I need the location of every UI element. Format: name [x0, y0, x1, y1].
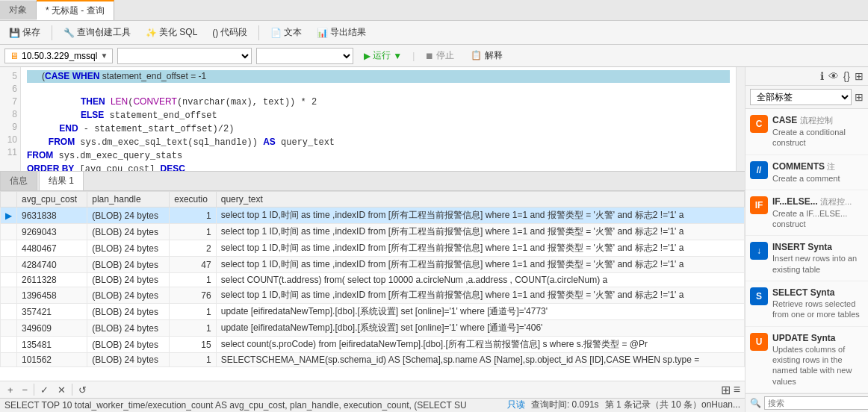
editor-panel: 5 6 7 8 9 10 11 (CASE WHEN statement_end…	[0, 67, 745, 412]
snippet-item[interactable]: C CASE 流程控制 Create a conditional constru…	[745, 109, 868, 155]
search-icon: 🔍	[750, 398, 761, 408]
text-button[interactable]: 📄 文本	[264, 24, 308, 41]
refresh-button[interactable]: ↺	[75, 383, 90, 397]
sql-code-area[interactable]: (CASE WHEN statement_end_offset = -1 THE…	[21, 67, 736, 171]
toolbar-sep-2	[258, 25, 259, 40]
table-row: 4480467(BLOB) 24 bytes2select top 1 ID,时…	[1, 240, 745, 257]
snippet-item[interactable]: S SELECT Synta Retrieve rows selected fr…	[745, 281, 868, 327]
snippet-item[interactable]: U UPDATE Synta Updates columns of existi…	[745, 327, 868, 393]
save-label: 保存	[22, 26, 40, 39]
snippet-icon: S	[750, 287, 768, 305]
snippet-desc: Insert new rows into an existing table	[772, 253, 864, 275]
sql-editor[interactable]: 5 6 7 8 9 10 11 (CASE WHEN statement_end…	[0, 67, 745, 172]
braces-icon-btn[interactable]: {}	[843, 70, 850, 82]
query-builder-icon: 🔧	[63, 28, 75, 38]
right-panel: ℹ 👁 {} ⊞ 全部标签 ⊞ C CASE 流程控制 Create a con…	[745, 67, 868, 412]
status-row-info: 第 1 条记录（共 10 条）onHuan...	[605, 399, 740, 411]
explain-button[interactable]: 📋 解释	[465, 47, 508, 64]
snippet-item[interactable]: ↓ INSERT Synta Insert new rows into an e…	[745, 236, 868, 281]
snippet-desc: Updates columns of existing rows in the …	[772, 344, 864, 387]
schema-selector[interactable]	[256, 48, 353, 64]
add-row-button[interactable]: +	[4, 383, 16, 397]
code-block-button[interactable]: () 代码段	[206, 24, 253, 41]
code-icon: ()	[212, 28, 218, 38]
snippet-icon: IF	[750, 196, 768, 214]
tag-expand-btn[interactable]: ⊞	[855, 91, 864, 103]
snippet-desc: Create a comment	[772, 173, 864, 184]
snippet-icon: C	[750, 115, 768, 133]
bottom-toolbar: + − ✓ ✕ ↺ ⊞ ≡	[0, 381, 745, 398]
tab-result1[interactable]: 结果 1	[39, 170, 84, 190]
grid-view-icon: ⊞	[721, 383, 731, 397]
col-header-exec[interactable]: executio	[170, 192, 216, 207]
run-button[interactable]: ▶ 运行 ▼	[358, 47, 408, 64]
col-header-query[interactable]: query_text	[216, 192, 744, 207]
tag-selector[interactable]: 全部标签	[750, 89, 852, 105]
col-header-plan[interactable]: plan_handle	[87, 192, 170, 207]
bottom-sep-1	[34, 384, 34, 396]
confirm-button[interactable]: ✓	[37, 383, 52, 397]
bottom-sep-2	[72, 384, 72, 396]
results-panel: avg_cpu_cost plan_handle executio query_…	[0, 191, 745, 381]
search-input[interactable]	[764, 396, 868, 410]
snippet-info: UPDATE Synta Updates columns of existing…	[772, 333, 864, 387]
beautify-icon: ✨	[146, 28, 157, 38]
snippet-item[interactable]: // COMMENTS 注 Create a comment	[745, 155, 868, 190]
results-table: avg_cpu_cost plan_handle executio query_…	[0, 191, 745, 367]
remove-row-button[interactable]: −	[19, 383, 31, 397]
line-numbers: 5 6 7 8 9 10 11	[0, 67, 21, 171]
snippet-info: COMMENTS 注 Create a comment	[772, 161, 864, 184]
toolbar: 💾 保存 🔧 查询创建工具 ✨ 美化 SQL () 代码段 📄 文本 📊 导出结…	[0, 21, 868, 45]
snippet-title: SELECT Synta	[772, 287, 864, 298]
status-sql-text: SELECT TOP 10 total_worker_time/executio…	[4, 400, 501, 411]
status-query-time: 查询时间: 0.091s	[531, 399, 599, 411]
save-button[interactable]: 💾 保存	[3, 24, 46, 41]
snippet-desc: Create a conditional construct	[772, 127, 864, 149]
save-icon: 💾	[9, 28, 20, 38]
stop-button[interactable]: ⏹ 停止	[419, 47, 460, 64]
explain-icon: 📋	[471, 50, 482, 60]
run-dropdown: ▼	[393, 51, 402, 61]
main-area: 5 6 7 8 9 10 11 (CASE WHEN statement_end…	[0, 67, 868, 412]
beautify-sql-button[interactable]: ✨ 美化 SQL	[140, 24, 203, 41]
database-selector[interactable]	[117, 48, 252, 64]
table-row: 9269043(BLOB) 24 bytes1select top 1 ID,时…	[1, 224, 745, 240]
snippet-title: COMMENTS 注	[772, 161, 864, 172]
eye-icon-btn[interactable]: 👁	[828, 70, 839, 82]
run-icon: ▶	[364, 51, 371, 61]
tab-object[interactable]: 对象	[0, 1, 37, 19]
table-wrapper[interactable]: avg_cpu_cost plan_handle executio query_…	[0, 191, 745, 381]
tab-info[interactable]: 信息	[0, 171, 37, 190]
snippet-title: IF...ELSE... 流程控...	[772, 196, 864, 207]
table-row: 1396458(BLOB) 24 bytes76select top 1 ID,…	[1, 287, 745, 304]
table-row: 4284740(BLOB) 24 bytes47select top 1 ID,…	[1, 257, 745, 273]
server-icon: 🖥	[10, 51, 19, 61]
table-row: 101562(BLOB) 24 bytes1SELECTSCHEMA_NAME(…	[1, 353, 745, 367]
export-button[interactable]: 📊 导出结果	[311, 24, 372, 41]
snippet-item[interactable]: IF IF...ELSE... 流程控... Create a IF...ELS…	[745, 190, 868, 237]
snippet-icon: //	[750, 161, 768, 179]
info-icon-btn[interactable]: ℹ	[820, 70, 824, 82]
list-view-icon: ≡	[734, 383, 740, 396]
table-row: 135481(BLOB) 24 bytes15select count(s.pr…	[1, 337, 745, 353]
snippet-desc: Retrieve rows selected from one or more …	[772, 299, 864, 320]
editor-scrollbar[interactable]	[736, 67, 745, 171]
text-icon: 📄	[270, 28, 282, 38]
table-row: 349609(BLOB) 24 bytes1update [eifiredata…	[1, 320, 745, 337]
right-panel-header: 全部标签 ⊞	[745, 86, 868, 109]
query-builder-button[interactable]: 🔧 查询创建工具	[58, 24, 137, 41]
grid-icon-btn[interactable]: ⊞	[855, 70, 864, 82]
right-panel-icons: ℹ 👁 {} ⊞	[745, 67, 868, 86]
server-selector[interactable]: 🖥 10.50.3.229_mssql ▼	[4, 49, 113, 63]
snippet-info: IF...ELSE... 流程控... Create a IF...ELSE..…	[772, 196, 864, 230]
status-readonly: 只读	[507, 399, 525, 411]
discard-button[interactable]: ✕	[55, 383, 69, 397]
snippet-icon: ↓	[750, 242, 768, 260]
tab-query[interactable]: * 无标题 - 查询	[37, 0, 114, 20]
run-stop-sep: |	[412, 51, 415, 61]
server-dropdown-arrow: ▼	[100, 52, 108, 60]
title-bar: 对象 * 无标题 - 查询	[0, 0, 868, 21]
snippet-list: C CASE 流程控制 Create a conditional constru…	[745, 109, 868, 393]
table-row: 357421(BLOB) 24 bytes1update [eifiredata…	[1, 304, 745, 320]
col-header-avg-cpu[interactable]: avg_cpu_cost	[17, 192, 87, 207]
